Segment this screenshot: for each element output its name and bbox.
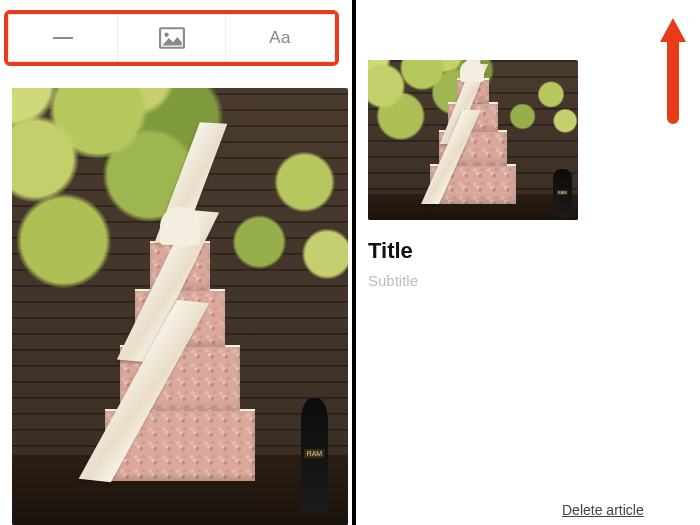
right-pane: Title Subtitle Delete article (356, 0, 700, 525)
subtitle-input[interactable]: Subtitle (368, 272, 418, 289)
image-icon (159, 27, 185, 49)
text-style-icon: Aa (269, 28, 291, 48)
insert-image-button[interactable] (118, 15, 227, 61)
left-pane: Aa (0, 0, 352, 525)
insert-divider-button[interactable] (9, 15, 118, 61)
article-hero-image[interactable] (12, 88, 348, 525)
insert-text-button[interactable]: Aa (226, 15, 334, 61)
svg-point-1 (164, 33, 168, 37)
article-thumbnail[interactable] (368, 60, 578, 220)
title-input[interactable]: Title (368, 238, 413, 264)
cake-prop (430, 60, 516, 204)
editor-toolbar: Aa (8, 14, 335, 62)
horizontal-rule-icon (53, 37, 73, 39)
bottle-prop (553, 169, 572, 217)
delete-article-link[interactable]: Delete article (562, 502, 644, 518)
comparison-stage: Aa (0, 0, 700, 525)
cake-prop (105, 181, 255, 481)
hero-photo-content (12, 88, 348, 525)
thumb-photo-content (368, 60, 578, 220)
annotation-arrow-corner (656, 14, 690, 124)
bottle-prop (301, 398, 328, 512)
